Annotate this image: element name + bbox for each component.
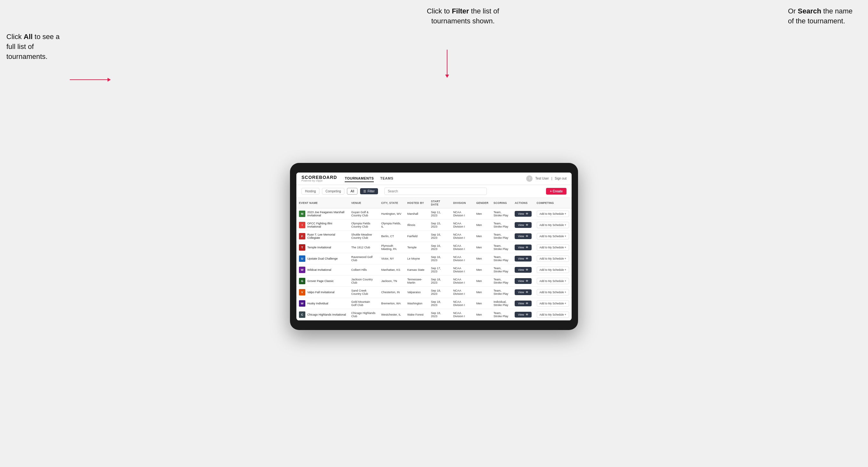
tab-competing[interactable]: Competing (322, 188, 344, 195)
view-button[interactable]: View 👁 (515, 289, 531, 295)
sign-out-link[interactable]: Sign out (555, 177, 566, 180)
cell-competing: Add to My Schedule + (534, 286, 571, 298)
add-to-schedule-button[interactable]: Add to My Schedule + (537, 255, 569, 262)
cell-start-date: Sep 15, 2023 (428, 219, 450, 230)
eye-icon: 👁 (526, 212, 528, 215)
add-to-schedule-button[interactable]: Add to My Schedule + (537, 222, 569, 228)
header-venue: VENUE (349, 198, 379, 208)
event-name-text: Ryan T. Lee Memorial Collegiate (307, 233, 346, 240)
annotation-left: Click All to see a full list of tourname… (6, 32, 70, 61)
app-logo: SCOREBOARD (302, 175, 337, 180)
cell-venue: Olympia Fields Country Club (349, 219, 379, 230)
add-to-schedule-button[interactable]: Add to My Schedule + (537, 289, 569, 295)
filter-icon: ☰ (363, 189, 366, 193)
cell-city: Bremerton, WA (379, 298, 405, 309)
cell-city: Westchester, IL (379, 309, 405, 320)
tab-hosting[interactable]: Hosting (302, 188, 319, 195)
cell-hosted-by: Illinois (405, 219, 429, 230)
view-button[interactable]: View 👁 (515, 256, 531, 261)
main-nav: TOURNAMENTS TEAMS (345, 175, 519, 182)
tablet-screen: SCOREBOARD Powered by clippd TOURNAMENTS… (297, 173, 571, 320)
table-row: C Chicago Highlands Invitational Chicago… (297, 309, 571, 320)
cell-hosted-by: Le Moyne (405, 253, 429, 264)
event-name-text: Chicago Highlands Invitational (307, 313, 346, 316)
cell-start-date: Sep 11, 2023 (428, 208, 450, 219)
add-to-schedule-button[interactable]: Add to My Schedule + (537, 233, 569, 240)
table-header-row: EVENT NAME VENUE CITY, STATE HOSTED BY S… (297, 198, 571, 208)
cell-actions: View 👁 (512, 298, 534, 309)
nav-tab-tournaments[interactable]: TOURNAMENTS (345, 175, 374, 182)
cell-start-date: Sep 17, 2023 (428, 264, 450, 275)
cell-scoring: Team, Stroke Play (491, 242, 512, 253)
view-button[interactable]: View 👁 (515, 245, 531, 250)
cell-competing: Add to My Schedule + (534, 242, 571, 253)
view-button[interactable]: View 👁 (515, 267, 531, 273)
cell-gender: Men (474, 219, 491, 230)
tab-all[interactable]: All (347, 188, 358, 195)
view-button[interactable]: View 👁 (515, 222, 531, 228)
team-logo: U (299, 255, 305, 262)
view-button[interactable]: View 👁 (515, 211, 531, 217)
cell-actions: View 👁 (512, 275, 534, 286)
header-scoring: SCORING (491, 198, 512, 208)
logo-area: SCOREBOARD Powered by clippd (302, 175, 337, 182)
view-button[interactable]: View 👁 (515, 312, 531, 317)
add-to-schedule-button[interactable]: Add to My Schedule + (537, 278, 569, 284)
view-button[interactable]: View 👁 (515, 301, 531, 306)
table-row: T Temple Invitational The 1912 Club Plym… (297, 242, 571, 253)
cell-venue: Jackson Country Club (349, 275, 379, 286)
cell-actions: View 👁 (512, 264, 534, 275)
cell-actions: View 👁 (512, 286, 534, 298)
cell-hosted-by: Kansas State (405, 264, 429, 275)
app-logo-sub: Powered by clippd (302, 180, 337, 182)
cell-venue: Colbert Hills (349, 264, 379, 275)
cell-competing: Add to My Schedule + (534, 275, 571, 286)
eye-icon: 👁 (526, 257, 528, 260)
cell-event-name: U Upstate Dual Challenge (297, 253, 349, 264)
filter-button[interactable]: ☰ Filter (360, 188, 378, 194)
event-name-text: Wildcat Invitational (307, 268, 331, 272)
cell-venue: Chicago Highlands Club (349, 309, 379, 320)
add-to-schedule-button[interactable]: Add to My Schedule + (537, 244, 569, 251)
header-actions: ACTIONS (512, 198, 534, 208)
cell-competing: Add to My Schedule + (534, 208, 571, 219)
cell-division: NCAA Division I (451, 298, 474, 309)
cell-city: Berlin, CT (379, 230, 405, 242)
cell-hosted-by: Tennessee-Martin (405, 275, 429, 286)
cell-city: Olympia Fields, IL (379, 219, 405, 230)
nav-tab-teams[interactable]: TEAMS (380, 175, 393, 182)
create-button[interactable]: + Create (546, 188, 566, 195)
cell-division: NCAA Division I (451, 275, 474, 286)
cell-competing: Add to My Schedule + (534, 219, 571, 230)
table-row: U Upstate Dual Challenge Ravenwood Golf … (297, 253, 571, 264)
cell-scoring: Team, Stroke Play (491, 208, 512, 219)
add-to-schedule-button[interactable]: Add to My Schedule + (537, 311, 569, 318)
view-button[interactable]: View 👁 (515, 234, 531, 239)
search-input[interactable] (384, 188, 487, 195)
user-avatar: T (526, 176, 533, 182)
cell-division: NCAA Division I (451, 219, 474, 230)
team-logo: F (299, 233, 305, 240)
header-gender: GENDER (474, 198, 491, 208)
cell-competing: Add to My Schedule + (534, 253, 571, 264)
cell-venue: Guyan Golf & Country Club (349, 208, 379, 219)
add-to-schedule-button[interactable]: Add to My Schedule + (537, 267, 569, 273)
add-to-schedule-button[interactable]: Add to My Schedule + (537, 211, 569, 217)
cell-event-name: V Valpo Fall Invitational (297, 286, 349, 298)
eye-icon: 👁 (526, 291, 528, 294)
cell-gender: Men (474, 230, 491, 242)
cell-start-date: Sep 18, 2023 (428, 309, 450, 320)
add-to-schedule-button[interactable]: Add to My Schedule + (537, 300, 569, 307)
arrow-all (70, 80, 108, 80)
cell-start-date: Sep 16, 2023 (428, 242, 450, 253)
cell-event-name: M 2023 Joe Feaganes Marshall Invitationa… (297, 208, 349, 219)
search-box (384, 188, 487, 195)
team-logo: G (299, 278, 305, 284)
cell-scoring: Team, Stroke Play (491, 219, 512, 230)
cell-competing: Add to My Schedule + (534, 230, 571, 242)
view-button[interactable]: View 👁 (515, 278, 531, 284)
cell-gender: Men (474, 242, 491, 253)
cell-scoring: Team, Stroke Play (491, 253, 512, 264)
cell-gender: Men (474, 208, 491, 219)
cell-actions: View 👁 (512, 230, 534, 242)
